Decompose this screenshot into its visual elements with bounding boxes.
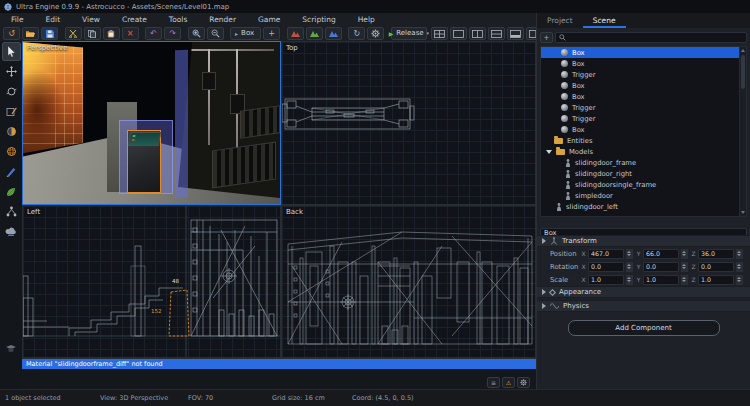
tree-scrollbar[interactable] xyxy=(739,47,746,216)
tree-item-model[interactable]: simpledoor xyxy=(541,190,746,201)
scale-z-input[interactable] xyxy=(698,275,734,285)
paint-tool-button[interactable] xyxy=(2,162,21,181)
rotation-x-stepper[interactable] xyxy=(626,262,633,272)
viewport-top[interactable]: Top xyxy=(281,41,536,205)
position-y-input[interactable] xyxy=(643,249,679,259)
texture-tool-button[interactable] xyxy=(2,122,21,141)
scene-selected-kiosk[interactable] xyxy=(127,130,161,193)
tree-add-button[interactable]: + xyxy=(540,32,553,43)
rotation-x-input[interactable] xyxy=(588,262,624,272)
add-component-button[interactable]: Add Component xyxy=(568,320,720,336)
redo-button[interactable]: ↷ xyxy=(164,27,181,40)
tree-item-model[interactable]: slidingdoor_left xyxy=(541,201,746,212)
layout-single-button[interactable] xyxy=(450,27,467,40)
tree-item-trigger[interactable]: Trigger xyxy=(541,113,746,124)
move-tool-button[interactable] xyxy=(2,62,21,81)
tree-item-box[interactable]: Box xyxy=(541,124,746,135)
tree-item-trigger[interactable]: Trigger xyxy=(541,102,746,113)
panel-tabs: Project Scene xyxy=(537,13,750,28)
add-object-button[interactable]: + xyxy=(263,27,280,40)
scroll-down-icon[interactable] xyxy=(741,211,745,214)
menu-help[interactable]: Help xyxy=(347,13,386,26)
undo-button[interactable]: ↶ xyxy=(145,27,162,40)
zoom-out-button[interactable] xyxy=(207,27,224,40)
rotation-z-stepper[interactable] xyxy=(736,262,743,272)
scale-z-stepper[interactable] xyxy=(736,275,743,285)
tree-item-entities-folder[interactable]: Entities xyxy=(541,135,746,146)
search-input[interactable] xyxy=(569,33,746,42)
cut-button[interactable] xyxy=(65,27,82,40)
tree-item-models-folder[interactable]: Models xyxy=(541,146,746,157)
select-tool-button[interactable] xyxy=(2,42,21,61)
console-message[interactable]: Material "slidingdoorframe_diff" not fou… xyxy=(22,359,536,369)
rotation-y-stepper[interactable] xyxy=(681,262,688,272)
tree-item-box[interactable]: Box xyxy=(541,47,746,58)
layout-columns-button[interactable] xyxy=(469,27,486,40)
tree-item-model[interactable]: slidingdoor_frame xyxy=(541,157,746,168)
appearance-section-header[interactable]: Appearance xyxy=(537,286,750,298)
layout-rows-button[interactable] xyxy=(488,27,505,40)
rotation-y-input[interactable] xyxy=(643,262,679,272)
transform-section-header[interactable]: Transform xyxy=(537,235,750,247)
position-x-stepper[interactable] xyxy=(626,249,633,259)
menu-file[interactable]: File xyxy=(0,13,35,26)
tree-item-model[interactable]: slidingdoor_right xyxy=(541,168,746,179)
tree-item-model[interactable]: slidingdoorsingle_frame xyxy=(541,179,746,190)
terrain-raise-button[interactable] xyxy=(287,27,304,40)
position-z-stepper[interactable] xyxy=(736,249,743,259)
physics-section-header[interactable]: Physics xyxy=(537,300,750,312)
menu-game[interactable]: Game xyxy=(247,13,291,26)
delete-button[interactable]: × xyxy=(122,27,139,40)
scrollbar-thumb[interactable] xyxy=(741,55,745,89)
save-button[interactable] xyxy=(41,27,58,40)
viewport-left[interactable]: 48 152 Left xyxy=(22,205,281,358)
scale-y-input[interactable] xyxy=(643,275,679,285)
menu-edit[interactable]: Edit xyxy=(35,13,72,26)
open-button[interactable] xyxy=(22,27,39,40)
settings-button[interactable] xyxy=(367,27,384,40)
layout-bottom-button[interactable] xyxy=(507,27,524,40)
layout-quad-button[interactable] xyxy=(431,27,448,40)
zoom-in-button[interactable] xyxy=(188,27,205,40)
environment-tool-button[interactable] xyxy=(2,222,21,241)
refresh-button[interactable]: ↻ xyxy=(348,27,365,40)
console-log-button[interactable]: ≡ xyxy=(487,377,500,388)
rotate-tool-button[interactable] xyxy=(2,82,21,101)
tab-scene[interactable]: Scene xyxy=(583,13,626,28)
paste-button[interactable] xyxy=(103,27,120,40)
new-button[interactable]: ↺ xyxy=(3,27,20,40)
copy-button[interactable] xyxy=(84,27,101,40)
console-settings-button[interactable] xyxy=(517,377,530,388)
tab-project[interactable]: Project xyxy=(537,13,583,28)
scale-x-stepper[interactable] xyxy=(626,275,633,285)
console-warnings-button[interactable]: ⚠ xyxy=(502,377,515,388)
terrain-sculpt-button[interactable] xyxy=(325,27,342,40)
viewport-back[interactable]: Back xyxy=(281,205,536,358)
tree-item-box[interactable]: Box xyxy=(541,80,746,91)
tree-item-box[interactable]: Box xyxy=(541,91,746,102)
menu-tools[interactable]: Tools xyxy=(158,13,198,26)
expand-icon[interactable] xyxy=(546,150,552,154)
menu-view[interactable]: View xyxy=(71,13,111,26)
tree-item-trigger[interactable]: Trigger xyxy=(541,69,746,80)
menu-scripting[interactable]: Scripting xyxy=(291,13,346,26)
position-y-stepper[interactable] xyxy=(681,249,688,259)
console-toggle-button[interactable] xyxy=(2,339,21,358)
position-x-input[interactable] xyxy=(588,249,624,259)
foliage-tool-button[interactable] xyxy=(2,182,21,201)
menu-render[interactable]: Render xyxy=(198,13,247,26)
vertex-tool-button[interactable] xyxy=(2,142,21,161)
tree-item-box[interactable]: Box xyxy=(541,58,746,69)
viewport-perspective[interactable]: Perspective xyxy=(22,41,281,205)
scale-x-input[interactable] xyxy=(588,275,624,285)
object-type-dropdown[interactable]: ▸ Box xyxy=(230,27,261,40)
scale-y-stepper[interactable] xyxy=(681,275,688,285)
rotation-z-input[interactable] xyxy=(698,262,734,272)
scroll-up-icon[interactable] xyxy=(741,49,745,52)
face-edit-tool-button[interactable] xyxy=(2,102,21,121)
run-config-dropdown[interactable]: ▶ Release ▾ xyxy=(391,27,427,40)
position-z-input[interactable] xyxy=(698,249,734,259)
node-tool-button[interactable] xyxy=(2,202,21,221)
menu-create[interactable]: Create xyxy=(111,13,158,26)
terrain-paint-button[interactable] xyxy=(306,27,323,40)
